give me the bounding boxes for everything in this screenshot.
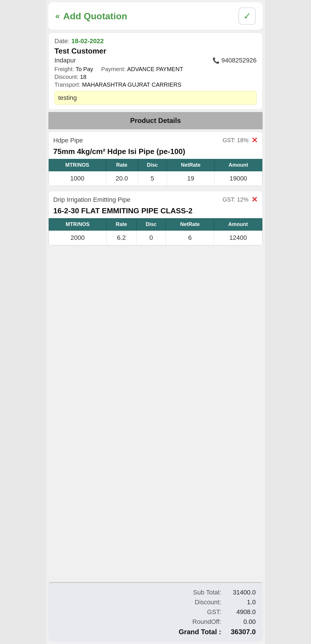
- header: « Add Quotation ✓: [48, 2, 263, 30]
- product-2-name: 16-2-30 FLAT EMMITING PIPE CLASS-2: [49, 206, 262, 218]
- product-2-disc[interactable]: 0: [136, 231, 166, 245]
- footer-discount-label: Discount:: [181, 599, 221, 606]
- discount-val: 18: [80, 74, 86, 80]
- col2-header-netrate: NetRate: [166, 219, 214, 231]
- product-1-header: Hdpe Pipe GST: 18% ✕: [49, 132, 262, 147]
- product-1-disc[interactable]: 5: [138, 171, 167, 186]
- col-header-amount: Amount: [215, 159, 262, 171]
- round-off-value: 0.00: [227, 618, 256, 626]
- product-1-gst-row: GST: 18% ✕: [223, 136, 258, 145]
- product-2-rate[interactable]: 6.2: [106, 231, 136, 245]
- grand-total-row: Grand Total : 36307.0: [55, 628, 256, 636]
- product-2-header: Drip Irrigation Emitting Pipe GST: 12% ✕: [49, 191, 262, 206]
- product-2-netrate[interactable]: 6: [166, 231, 214, 245]
- confirm-button[interactable]: ✓: [238, 7, 256, 25]
- section-header: Product Details: [48, 112, 263, 129]
- grand-total-label: Grand Total :: [179, 628, 221, 636]
- transport-row: Transport: MAHARASHTRA GUJRAT CARRIERS: [54, 81, 257, 88]
- product-1-table-data: 1000 20.0 5 19 19000: [49, 171, 262, 186]
- content-spacer: [46, 248, 265, 582]
- phone-row: 📞 9408252926: [213, 57, 257, 64]
- footer: Sub Total: 31400.0 Discount: 1.0 GST: 49…: [48, 582, 263, 642]
- col2-header-disc: Disc: [136, 219, 166, 231]
- product-2-table: MTR/NOS Rate Disc NetRate Amount 2000 6.…: [49, 218, 262, 245]
- transport-value: MAHARASHTRA GUJRAT CARRIERS: [82, 81, 181, 88]
- product-1-name: 75mm 4kg/cm² Hdpe Isi Pipe (pe-100): [49, 147, 262, 159]
- product-2-category: Drip Irrigation Emitting Pipe: [53, 196, 130, 204]
- product-1-netrate[interactable]: 19: [167, 171, 215, 186]
- product-1-amount[interactable]: 19000: [215, 171, 262, 186]
- round-off-row: RoundOff: 0.00: [55, 618, 256, 626]
- city-text: Indapur: [54, 57, 76, 64]
- product-2-amount[interactable]: 12400: [214, 231, 262, 245]
- date-label: Date:: [54, 37, 70, 45]
- col2-header-amount: Amount: [214, 219, 262, 231]
- product-card-2: Drip Irrigation Emitting Pipe GST: 12% ✕…: [48, 191, 263, 246]
- product-2-delete-button[interactable]: ✕: [251, 195, 258, 204]
- footer-discount-value: 1.0: [227, 599, 256, 606]
- col-header-rate: Rate: [106, 159, 138, 171]
- col2-header-mtr: MTR/NOS: [49, 219, 107, 231]
- grand-total-value: 36307.0: [227, 628, 256, 636]
- notes-box[interactable]: testing: [54, 91, 257, 105]
- product-1-delete-button[interactable]: ✕: [251, 136, 258, 145]
- freight-row: Freight: To Pay Payment: ADVANCE PAYMENT: [54, 66, 257, 73]
- customer-name: Test Customer: [54, 47, 257, 56]
- product-2-table-data: 2000 6.2 0 6 12400: [49, 231, 262, 245]
- header-left: « Add Quotation: [55, 11, 127, 22]
- sub-total-label: Sub Total:: [181, 589, 221, 596]
- round-off-label: RoundOff:: [181, 618, 221, 626]
- product-1-category: Hdpe Pipe: [53, 137, 83, 144]
- product-1-gst: GST: 18%: [223, 137, 249, 144]
- transport-label: Transport:: [54, 81, 80, 88]
- discount-row: Discount: 18: [54, 74, 257, 80]
- product-1-table: MTR/NOS Rate Disc NetRate Amount 1000 20…: [49, 159, 262, 186]
- page-title: Add Quotation: [63, 11, 127, 22]
- info-card: Date: 18-02-2022 Test Customer Indapur 📞…: [48, 33, 263, 110]
- gst-row: GST: 4908.0: [55, 608, 256, 616]
- product-2-table-header: MTR/NOS Rate Disc NetRate Amount: [49, 219, 262, 231]
- col-header-mtr: MTR/NOS: [49, 159, 106, 171]
- product-card-1: Hdpe Pipe GST: 18% ✕ 75mm 4kg/cm² Hdpe I…: [48, 132, 263, 186]
- payment-value: ADVANCE PAYMENT: [127, 66, 183, 72]
- city-phone-row: Indapur 📞 9408252926: [54, 57, 257, 64]
- back-button[interactable]: «: [55, 12, 60, 21]
- col-header-disc: Disc: [138, 159, 167, 171]
- phone-number: 9408252926: [221, 57, 257, 64]
- date-value: 18-02-2022: [71, 37, 104, 45]
- date-row: Date: 18-02-2022: [54, 37, 257, 45]
- col2-header-rate: Rate: [106, 219, 136, 231]
- gst-label: GST:: [181, 608, 221, 616]
- freight-label: Freight:: [54, 66, 74, 72]
- product-2-gst: GST: 12%: [223, 196, 249, 203]
- product-1-table-header: MTR/NOS Rate Disc NetRate Amount: [49, 159, 262, 171]
- phone-icon: 📞: [213, 57, 220, 64]
- payment-label: Payment:: [101, 66, 125, 72]
- discount-label: Discount:: [54, 74, 78, 80]
- sub-total-row: Sub Total: 31400.0: [55, 589, 256, 596]
- product-2-gst-row: GST: 12% ✕: [223, 195, 258, 204]
- footer-discount-row: Discount: 1.0: [55, 599, 256, 606]
- gst-value: 4908.0: [227, 608, 256, 616]
- product-1-rate[interactable]: 20.0: [106, 171, 138, 186]
- sub-total-value: 31400.0: [227, 589, 256, 596]
- col-header-netrate: NetRate: [167, 159, 215, 171]
- freight-value: To Pay: [75, 66, 93, 72]
- check-icon: ✓: [243, 11, 251, 22]
- product-2-mtr[interactable]: 2000: [49, 231, 107, 245]
- product-1-mtr[interactable]: 1000: [49, 171, 106, 186]
